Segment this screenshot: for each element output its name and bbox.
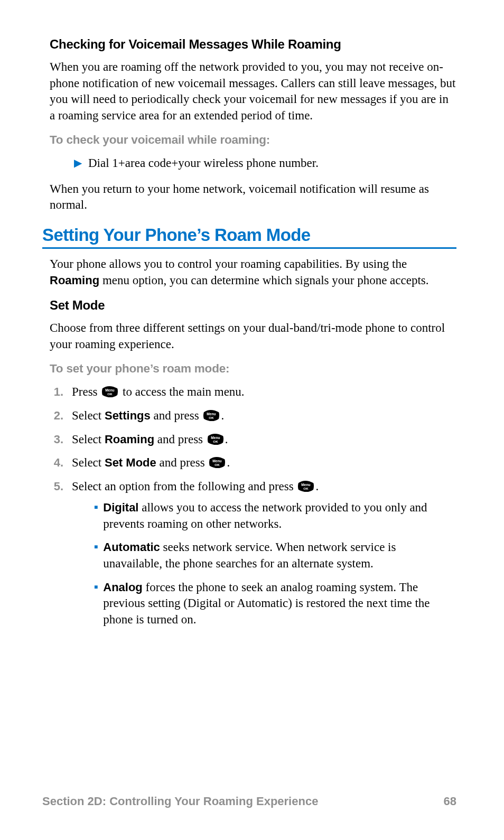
- subheading-voicemail-roaming: Checking for Voicemail Messages While Ro…: [50, 37, 456, 52]
- bold-roaming: Roaming: [50, 274, 99, 287]
- square-bullet-icon: ■: [94, 539, 98, 572]
- step-2: 2. Select Settings and press .: [50, 408, 456, 424]
- document-page: Checking for Voicemail Messages While Ro…: [0, 0, 504, 840]
- menu-ok-icon: [202, 409, 221, 422]
- step-1: 1. Press to access the main menu.: [50, 384, 456, 400]
- footer-page-number: 68: [444, 795, 456, 808]
- instruction-label: To check your voicemail while roaming:: [50, 133, 456, 147]
- page-footer: Section 2D: Controlling Your Roaming Exp…: [42, 795, 456, 808]
- step-number: 3.: [50, 432, 63, 447]
- option-automatic: ■ Automatic seeks network service. When …: [94, 539, 456, 572]
- square-bullet-icon: ■: [94, 500, 98, 532]
- step-number: 4.: [50, 455, 63, 470]
- menu-ok-icon: [206, 433, 225, 445]
- instruction-label: To set your phone’s roam mode:: [50, 362, 456, 376]
- footer-section-label: Section 2D: Controlling Your Roaming Exp…: [42, 795, 318, 808]
- paragraph: When you return to your home network, vo…: [50, 181, 456, 213]
- option-analog: ■ Analog forces the phone to seek an ana…: [94, 580, 456, 628]
- menu-ok-icon: [296, 480, 315, 492]
- option-digital: ■ Digital allows you to access the netwo…: [94, 500, 456, 532]
- step-number: 5.: [50, 479, 63, 494]
- step-3: 3. Select Roaming and press .: [50, 432, 456, 448]
- triangle-bullet-icon: ▶: [74, 155, 82, 172]
- step-number: 1.: [50, 384, 63, 399]
- menu-ok-icon: [208, 456, 227, 469]
- section-rule: [42, 247, 456, 249]
- step-5: 5. Select an option from the following a…: [50, 479, 456, 636]
- subheading-set-mode: Set Mode: [50, 298, 456, 313]
- triangle-step: ▶ Dial 1+area code+your wireless phone n…: [74, 155, 456, 172]
- square-bullet-icon: ■: [94, 580, 98, 628]
- step-4: 4. Select Set Mode and press .: [50, 455, 456, 471]
- paragraph: Choose from three different settings on …: [50, 320, 456, 352]
- option-bullets: ■ Digital allows you to access the netwo…: [94, 500, 456, 628]
- step-number: 2.: [50, 408, 63, 423]
- numbered-steps: 1. Press to access the main menu. 2. Sel…: [50, 384, 456, 635]
- paragraph: When you are roaming off the network pro…: [50, 59, 456, 124]
- paragraph: Your phone allows you to control your ro…: [50, 256, 456, 288]
- menu-ok-icon: [100, 386, 119, 398]
- step-text: Dial 1+area code+your wireless phone num…: [88, 155, 319, 172]
- section-heading-roam-mode: Setting Your Phone’s Roam Mode: [42, 225, 456, 245]
